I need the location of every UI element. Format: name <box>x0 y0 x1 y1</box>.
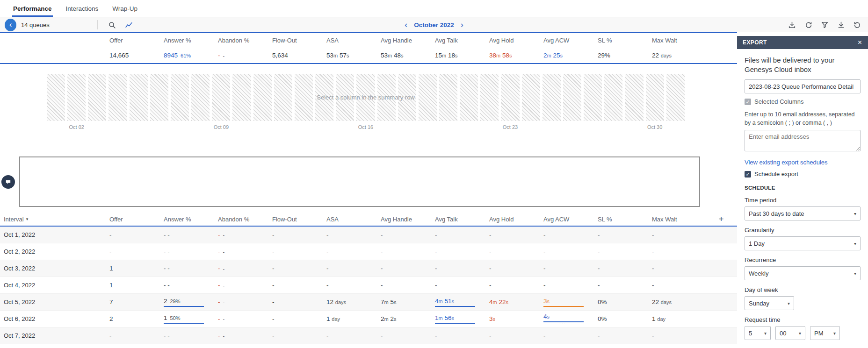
column-header[interactable]: SL % <box>597 216 651 223</box>
interval-cell: Oct 2, 2022 <box>0 248 108 255</box>
download-icon[interactable] <box>835 19 847 31</box>
chart-bar <box>191 74 210 121</box>
back-button[interactable]: ‹ <box>5 19 16 31</box>
axis-tick-label <box>336 124 354 132</box>
filter-icon[interactable] <box>818 19 831 31</box>
table-cell: - <box>542 231 597 238</box>
column-header[interactable]: Offer <box>108 37 163 44</box>
table-row[interactable]: Oct 8, 20221- ----------- <box>0 344 737 348</box>
comment-icon[interactable] <box>1 175 15 189</box>
column-header[interactable]: Flow-Out <box>271 37 326 44</box>
request-hour-value: 5 <box>749 330 752 337</box>
column-header[interactable]: Max Wait <box>651 216 705 223</box>
summary-header-row: OfferAnswer %Abandon %Flow-OutASAAvg Han… <box>0 32 737 48</box>
chart-bar-slot: Oct 30 <box>646 74 664 132</box>
table-row[interactable]: Oct 7, 2022-- ----------- <box>0 327 737 344</box>
table-cell: - <box>597 282 651 289</box>
column-header[interactable]: Avg Talk <box>434 216 488 223</box>
refresh-icon[interactable] <box>802 19 814 31</box>
chart-bar <box>419 74 437 121</box>
chart-bar-slot: Oct 16 <box>356 74 375 132</box>
column-header[interactable]: Avg ACW <box>542 216 597 223</box>
chart-bar <box>130 74 148 121</box>
table-cell: 12 days <box>326 298 380 305</box>
view-schedules-link[interactable]: View existing export schedules <box>745 159 861 166</box>
axis-tick-label <box>377 124 396 132</box>
tab-wrap-up[interactable]: Wrap-Up <box>112 0 137 17</box>
table-cell: - <box>542 248 597 255</box>
schedule-export-checkbox[interactable]: ✓ Schedule export <box>745 170 861 178</box>
prev-month-icon[interactable]: ‹ <box>404 21 408 29</box>
search-icon[interactable] <box>106 19 118 31</box>
granularity-select[interactable]: 1 Day▾ <box>745 236 861 250</box>
request-minute-select[interactable]: 00 ▾ <box>775 326 805 340</box>
chart-bar <box>563 74 581 121</box>
email-input[interactable] <box>745 130 861 151</box>
column-header[interactable]: ASA <box>326 216 380 223</box>
day-of-week-label: Day of week <box>745 286 861 293</box>
column-header[interactable]: Avg Handle <box>380 37 434 44</box>
table-cell: 0% <box>597 315 651 322</box>
table-cell: 53m 48s <box>380 52 434 59</box>
request-time-label: Request time <box>745 316 861 323</box>
interval-column-header[interactable]: Interval ▾ <box>0 216 108 223</box>
request-hour-select[interactable]: 5 ▾ <box>745 326 771 340</box>
table-cell: 5,634 <box>271 52 326 59</box>
chart-toggle-icon[interactable] <box>123 19 135 31</box>
table-row[interactable]: Oct 6, 20222150%---1 day2m 2s1m 56s3s4s·… <box>0 311 737 327</box>
tab-performance[interactable]: Performance <box>13 0 52 17</box>
table-cell: - <box>380 265 434 272</box>
column-header[interactable]: Max Wait <box>651 37 705 44</box>
table-row[interactable]: Oct 5, 20227229%---12 days7m 5s4m 51s4m … <box>0 294 737 311</box>
chart-bar-slot <box>191 74 210 132</box>
chart-bars: Oct 02Oct 09Oct 16Oct 23Oct 30 <box>47 74 685 132</box>
column-header[interactable]: Avg Hold <box>488 37 542 44</box>
table-cell: - <box>434 248 488 255</box>
annotation-dots: ··· <box>559 323 597 325</box>
column-header[interactable]: Avg Hold <box>488 216 542 223</box>
day-of-week-select[interactable]: Sunday▾ <box>745 296 794 310</box>
filename-input[interactable] <box>745 79 861 93</box>
export-icon[interactable] <box>786 19 798 31</box>
table-cell: - <box>326 282 380 289</box>
table-row[interactable]: Oct 2, 2022-- ----------- <box>0 243 737 260</box>
chart-bar-slot <box>232 74 251 132</box>
schedule-heading: SCHEDULE <box>745 185 861 191</box>
column-header[interactable]: Avg Talk <box>434 37 488 44</box>
table-cell: 22 days <box>651 52 705 59</box>
chart-bar <box>377 74 396 121</box>
month-label[interactable]: October 2022 <box>414 21 454 28</box>
selected-columns-checkbox[interactable]: ✓ Selected Columns <box>745 98 861 105</box>
column-header[interactable]: SL % <box>597 37 651 44</box>
annotation-row <box>0 156 737 209</box>
recurrence-select[interactable]: Weekly▾ <box>745 266 861 280</box>
chart-bar <box>522 74 540 121</box>
table-row[interactable]: Oct 1, 2022-- ----------- <box>0 227 737 243</box>
next-month-icon[interactable]: › <box>460 21 464 29</box>
column-header[interactable]: Answer % <box>163 216 217 223</box>
column-header[interactable]: Offer <box>108 216 163 223</box>
column-header[interactable]: Abandon % <box>217 216 271 223</box>
history-icon[interactable] <box>851 19 863 31</box>
tab-interactions[interactable]: Interactions <box>66 0 99 17</box>
column-header[interactable]: Avg ACW <box>542 37 597 44</box>
column-header[interactable]: ASA <box>326 37 380 44</box>
column-header[interactable]: Abandon % <box>217 37 271 44</box>
close-icon[interactable]: ✕ <box>858 39 862 46</box>
chart-bar <box>88 74 106 121</box>
chart-bar-slot <box>522 74 540 132</box>
column-header[interactable]: Avg Handle <box>380 216 434 223</box>
add-column-button[interactable]: + <box>718 214 723 224</box>
column-header[interactable]: Flow-Out <box>271 216 326 223</box>
chart-bar <box>604 74 622 121</box>
time-period-select[interactable]: Past 30 days to date▾ <box>745 206 861 220</box>
request-meridiem-select[interactable]: PM ▾ <box>810 326 840 340</box>
interval-cell: Oct 3, 2022 <box>0 265 108 272</box>
axis-tick-label: Oct 30 <box>646 124 664 132</box>
table-cell: - <box>380 332 434 339</box>
table-row[interactable]: Oct 4, 20221- ----------- <box>0 277 737 294</box>
axis-tick-label <box>171 124 189 132</box>
annotation-box[interactable] <box>19 156 700 207</box>
table-row[interactable]: Oct 3, 20221- ----------- <box>0 260 737 277</box>
column-header[interactable]: Answer % <box>163 37 217 44</box>
